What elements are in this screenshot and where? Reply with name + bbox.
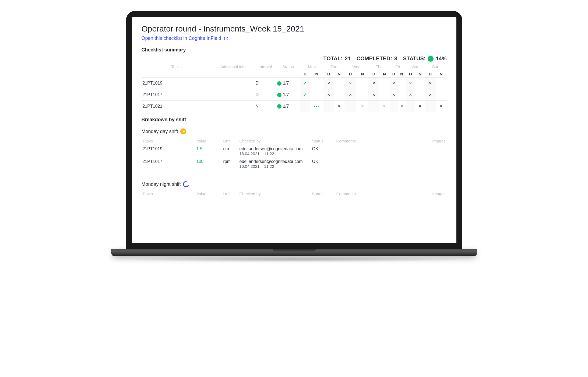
shift-cell [406, 101, 416, 112]
status-ratio: 1/7 [283, 92, 289, 97]
open-in-infield-link[interactable]: Open this checklist in Cognite InField [142, 36, 228, 41]
status-cell: 1/7 [276, 89, 300, 101]
shift-cell: × [425, 89, 436, 101]
table-row: 21PT1017D1/7✓×××××× [142, 89, 447, 101]
shift-cell: × [344, 89, 357, 101]
table-row: 21PT1017100rpmedel.andersen@cognitedata.… [142, 158, 447, 170]
additional-info [212, 101, 255, 112]
col-comments: Comments [335, 190, 422, 198]
x-icon: × [419, 103, 422, 109]
row-images [422, 145, 447, 158]
shift-cell [334, 78, 344, 89]
laptop-mockup: Operator round - Instruments_Week 15_202… [126, 11, 462, 262]
x-icon: × [392, 81, 395, 86]
shift-cell [356, 89, 368, 101]
reading-unit: rpm [222, 158, 238, 170]
shift-cell: × [368, 89, 379, 101]
total-value: 21 [345, 55, 351, 62]
shift-heading: Monday day shift [142, 128, 447, 134]
col-images: Images [422, 137, 447, 145]
task-name: 21PT1017 [142, 158, 195, 170]
col-comments: Comments [335, 137, 422, 145]
row-status: OK [311, 158, 335, 170]
total-label: TOTAL: [323, 55, 343, 62]
col-day-tue: Tue [323, 63, 344, 71]
x-icon: × [372, 92, 375, 97]
svg-line-7 [182, 132, 182, 132]
x-icon: × [327, 92, 330, 97]
dn-header: D [344, 71, 357, 78]
status-label: STATUS: [403, 55, 426, 62]
interval-value: D [255, 78, 276, 89]
svg-line-6 [184, 132, 184, 132]
interval-value: N [255, 101, 276, 112]
col-status: Status [311, 190, 335, 198]
open-in-infield-label: Open this checklist in Cognite InField [142, 36, 221, 41]
shift-cell: × [390, 89, 398, 101]
col-day-sun: Sun [425, 63, 447, 71]
svg-line-8 [184, 130, 184, 131]
status-dot-icon [277, 81, 281, 86]
x-icon: × [327, 81, 330, 86]
check-icon: ✓ [303, 92, 307, 97]
svg-point-0 [182, 131, 184, 132]
shift-cell [310, 78, 323, 89]
x-icon: × [383, 103, 386, 109]
col-interval: Interval [255, 63, 276, 71]
shift-cell [368, 101, 379, 112]
moon-icon [183, 181, 189, 187]
status-cell: 1/7 [276, 78, 300, 89]
svg-line-5 [182, 130, 182, 131]
table-row: 21PT1019D1/7✓×××××× [142, 78, 447, 89]
shift-cell: × [323, 89, 334, 101]
shift-cell [415, 89, 425, 101]
col-day-fri: Fri [390, 63, 406, 71]
col-day-mon: Mon [300, 63, 324, 71]
x-icon: × [409, 81, 412, 86]
x-icon: × [409, 92, 412, 97]
shift-cell: × [334, 101, 344, 112]
dn-header: N [436, 71, 447, 78]
shift-cell: × [415, 101, 425, 112]
status-cell: 1/7 [276, 101, 300, 112]
col-tasks: Tasks [142, 63, 212, 71]
dn-header: N [379, 71, 390, 78]
shift-cell: × [406, 78, 416, 89]
dn-header: N [398, 71, 406, 78]
checked-by: edel.andersen@cognitedata.com16.04.2021 … [238, 145, 311, 158]
progress-dots-icon: ••• [314, 104, 320, 109]
status-ratio: 1/7 [283, 104, 289, 109]
row-status: OK [311, 145, 335, 158]
additional-info [212, 78, 255, 89]
dn-header: N [334, 71, 344, 78]
check-icon: ✓ [303, 81, 307, 86]
dn-header: D [323, 71, 334, 78]
summary-totals-bar: TOTAL: 21 COMPLETED: 3 STATUS: 14% [142, 55, 447, 62]
breakdown-heading: Breakdown by shift [142, 117, 447, 123]
col-value: Value [195, 190, 222, 198]
completed-value: 3 [394, 55, 397, 62]
checked-by: edel.andersen@cognitedata.com16.04.2021 … [238, 158, 311, 170]
sun-icon [180, 128, 186, 134]
task-name: 21PT1021 [142, 101, 212, 112]
shift-cell [344, 101, 357, 112]
shift-cell: × [425, 78, 436, 89]
additional-info [212, 89, 255, 101]
x-icon: × [372, 81, 375, 86]
reading-value: 100 [195, 158, 222, 170]
row-comments [335, 158, 422, 170]
app-screen: Operator round - Instruments_Week 15_202… [132, 17, 456, 243]
reading-unit: cm [222, 145, 238, 158]
col-value: Value [195, 137, 222, 145]
shift-cell: ✓ [300, 89, 310, 101]
table-row: 21PT1021N1/7•••×××××× [142, 101, 447, 112]
summary-table: Tasks Additional info Interval Status Mo… [142, 63, 447, 112]
external-link-icon [224, 36, 228, 41]
shift-cell: × [398, 101, 406, 112]
shift-cell: ••• [310, 101, 323, 112]
dn-header: D [406, 71, 416, 78]
shift-cell: × [368, 78, 379, 89]
task-name: 21PT1017 [142, 89, 212, 101]
shift-cell [436, 89, 447, 101]
page-title: Operator round - Instruments_Week 15_202… [142, 24, 447, 33]
